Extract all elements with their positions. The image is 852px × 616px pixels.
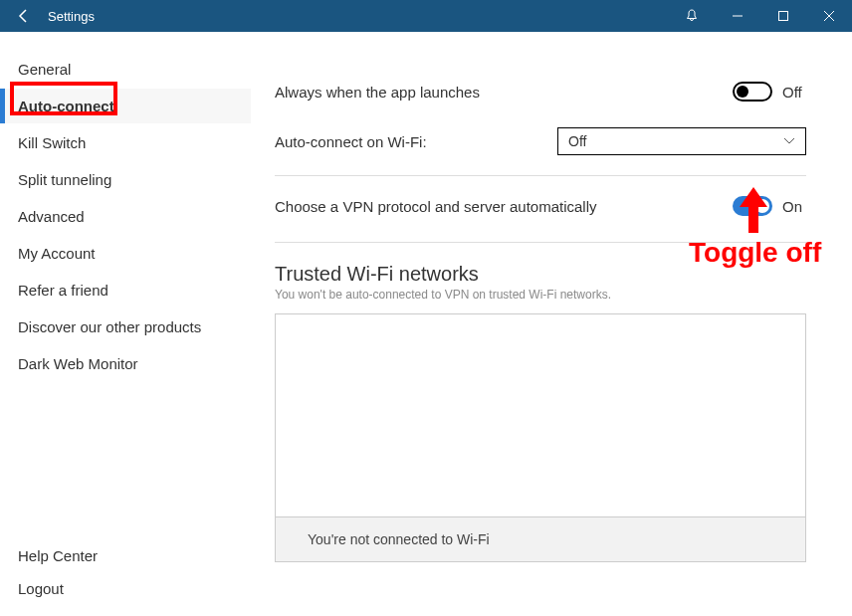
titlebar: Settings <box>0 0 852 32</box>
sidebar: General Auto-connect Kill Switch Split t… <box>0 32 251 616</box>
sidebar-item-refer-friend[interactable]: Refer a friend <box>0 273 251 308</box>
sidebar-item-label: Help Center <box>18 547 98 564</box>
protocol-label: Choose a VPN protocol and server automat… <box>275 198 733 215</box>
bell-icon <box>684 8 700 24</box>
trusted-networks-footer: You're not connected to Wi-Fi <box>276 516 805 561</box>
sidebar-item-label: Discover our other products <box>18 318 201 335</box>
window-title: Settings <box>40 9 95 24</box>
close-icon <box>823 10 835 22</box>
notification-button[interactable] <box>669 0 715 32</box>
sidebar-item-label: My Account <box>18 245 96 262</box>
always-launch-toggle[interactable] <box>733 82 772 102</box>
sidebar-item-label: Dark Web Monitor <box>18 355 138 372</box>
trusted-networks-list: You're not connected to Wi-Fi <box>275 313 806 562</box>
always-launch-label: Always when the app launches <box>275 84 733 101</box>
protocol-row: Choose a VPN protocol and server automat… <box>275 196 806 216</box>
annotation-toggle-off-text: Toggle off <box>689 237 821 269</box>
sidebar-item-logout[interactable]: Logout <box>0 573 251 604</box>
wifi-autoconnect-select[interactable]: Off <box>557 127 806 155</box>
maximize-button[interactable] <box>760 0 806 32</box>
svg-rect-1 <box>779 12 788 21</box>
sidebar-item-label: General <box>18 61 71 78</box>
sidebar-item-label: Refer a friend <box>18 282 108 299</box>
sidebar-item-label: Split tunneling <box>18 171 111 188</box>
annotation-highlight-box <box>10 82 117 115</box>
wifi-autoconnect-row: Auto-connect on Wi-Fi: Off <box>275 127 806 155</box>
chevron-down-icon <box>783 134 795 148</box>
back-button[interactable] <box>8 8 40 24</box>
sidebar-item-discover-products[interactable]: Discover our other products <box>0 309 251 344</box>
sidebar-item-label: Logout <box>18 580 64 597</box>
sidebar-item-label: Kill Switch <box>18 134 86 151</box>
divider <box>275 175 806 176</box>
trusted-networks-empty <box>276 314 805 516</box>
minimize-button[interactable] <box>715 0 760 32</box>
trusted-networks-subtitle: You won't be auto-connected to VPN on tr… <box>275 288 806 302</box>
wifi-autoconnect-label: Auto-connect on Wi-Fi: <box>275 133 557 150</box>
content-area: General Auto-connect Kill Switch Split t… <box>0 32 852 616</box>
sidebar-item-help-center[interactable]: Help Center <box>0 540 251 571</box>
sidebar-item-label: Advanced <box>18 208 85 225</box>
close-button[interactable] <box>806 0 852 32</box>
sidebar-item-dark-web-monitor[interactable]: Dark Web Monitor <box>0 346 251 381</box>
always-launch-state: Off <box>782 84 806 101</box>
wifi-autoconnect-value: Off <box>568 133 586 149</box>
sidebar-item-my-account[interactable]: My Account <box>0 236 251 271</box>
main-panel: Always when the app launches Off Auto-co… <box>251 32 852 616</box>
maximize-icon <box>777 10 789 22</box>
arrow-left-icon <box>16 8 32 24</box>
sidebar-item-split-tunneling[interactable]: Split tunneling <box>0 162 251 197</box>
sidebar-item-kill-switch[interactable]: Kill Switch <box>0 125 251 160</box>
always-launch-row: Always when the app launches Off <box>275 82 806 102</box>
sidebar-item-advanced[interactable]: Advanced <box>0 199 251 234</box>
protocol-state: On <box>782 198 806 215</box>
annotation-arrow-icon <box>740 187 767 233</box>
minimize-icon <box>732 10 744 22</box>
